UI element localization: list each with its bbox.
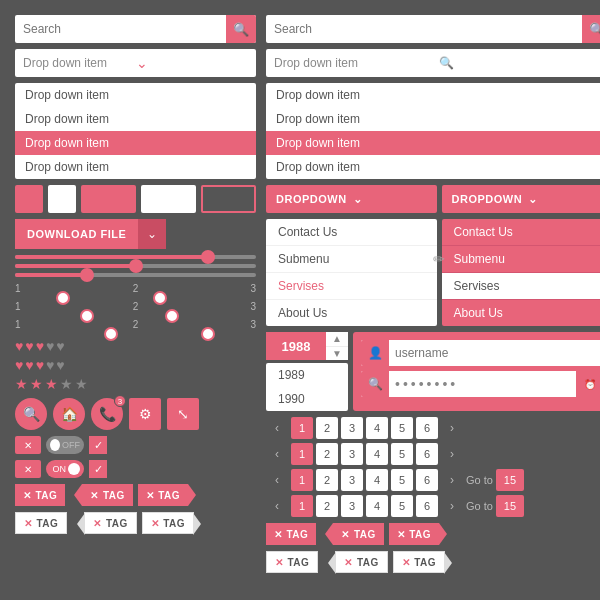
home-icon-btn[interactable]: 🏠 (53, 398, 85, 430)
nav-item-about[interactable]: About Us (266, 300, 437, 326)
nav-item-services[interactable]: Servises (266, 273, 437, 300)
nav-item-submenu[interactable]: Submenu (266, 246, 437, 273)
search-button-right-1[interactable]: 🔍 (582, 15, 600, 43)
page-btn-3-2[interactable]: 2 (316, 469, 338, 491)
page-btn-4-5[interactable]: 5 (391, 495, 413, 517)
nav-item-contact[interactable]: Contact Us (266, 219, 437, 246)
next-arrow-3[interactable]: › (441, 469, 463, 491)
year-selector[interactable]: 1988 (266, 332, 326, 360)
slider-track-2[interactable] (15, 264, 256, 268)
heart-5[interactable]: ♥ (56, 338, 64, 354)
page-btn-2-2[interactable]: 2 (316, 443, 338, 465)
page-btn-3-6[interactable]: 6 (416, 469, 438, 491)
list-item-active[interactable]: Drop down item (15, 131, 256, 155)
page-btn-4-1[interactable]: 1 (291, 495, 313, 517)
white-rect-btn[interactable] (141, 185, 196, 213)
prev-arrow-1[interactable]: ‹ (266, 417, 288, 439)
heart-4[interactable]: ♥ (46, 338, 54, 354)
toggle-x-2[interactable]: ✕ (15, 460, 41, 478)
tag-right-2[interactable]: ✕TAG (333, 523, 383, 545)
page-btn-6[interactable]: 6 (416, 417, 438, 439)
year-down-arrow[interactable]: ▼ (326, 347, 348, 361)
phone-icon-btn[interactable]: 📞 3 (91, 398, 123, 430)
tag-white-2[interactable]: ✕TAG (84, 512, 136, 534)
dropdown-select-1[interactable]: Drop down item ⌄ (15, 49, 256, 77)
page-btn-2-6[interactable]: 6 (416, 443, 438, 465)
toggle-check-1[interactable]: ✓ (89, 436, 107, 454)
tag-right-1[interactable]: ✕TAG (266, 523, 316, 545)
list-item[interactable]: Drop down item (15, 107, 256, 131)
goto-input-1[interactable] (496, 469, 524, 491)
search-button-1[interactable]: 🔍 (226, 15, 256, 43)
search-icon-btn[interactable]: 🔍 (15, 398, 47, 430)
year-item-1[interactable]: 1989 (266, 363, 348, 387)
prev-arrow-4[interactable]: ‹ (266, 495, 288, 517)
heart-2[interactable]: ♥ (25, 338, 33, 354)
password-input[interactable] (389, 376, 576, 392)
toggle-x-1[interactable]: ✕ (15, 436, 41, 454)
list-item[interactable]: Drop down item (266, 83, 600, 107)
star-2[interactable]: ★ (30, 376, 43, 392)
page-btn-3-4[interactable]: 4 (366, 469, 388, 491)
download-arrow-btn[interactable]: ⌄ (138, 219, 166, 249)
nav-item-about-pink[interactable]: About Us (442, 300, 601, 326)
list-item[interactable]: Drop down item (15, 155, 256, 179)
expand-icon-btn[interactable]: ⤡ (167, 398, 199, 430)
heart-4[interactable]: ♥ (46, 357, 54, 373)
page-btn-4[interactable]: 4 (366, 417, 388, 439)
prev-arrow-3[interactable]: ‹ (266, 469, 288, 491)
heart-2[interactable]: ♥ (25, 357, 33, 373)
star-5[interactable]: ★ (75, 376, 88, 392)
nav-item-submenu-pink[interactable]: Submenu (442, 246, 601, 273)
toggle-on-1[interactable]: ON (46, 460, 84, 478)
white-square-btn[interactable] (48, 185, 76, 213)
tag-white-3[interactable]: ✕TAG (142, 512, 194, 534)
search-input-1[interactable] (15, 15, 226, 43)
dropdown-search-1[interactable]: Drop down item 🔍 (266, 49, 600, 77)
page-btn-3[interactable]: 3 (341, 417, 363, 439)
search-bar-1[interactable]: 🔍 (15, 15, 256, 43)
pink-square-btn-1[interactable] (15, 185, 43, 213)
page-btn-2-3[interactable]: 3 (341, 443, 363, 465)
toggle-check-2[interactable]: ✓ (89, 460, 107, 478)
pink-rect-btn[interactable] (81, 185, 136, 213)
list-item[interactable]: Drop down item (266, 107, 600, 131)
tag-3[interactable]: ✕TAG (138, 484, 188, 506)
page-btn-3-5[interactable]: 5 (391, 469, 413, 491)
page-btn-4-3[interactable]: 3 (341, 495, 363, 517)
page-btn-4-6[interactable]: 6 (416, 495, 438, 517)
year-item-2[interactable]: 1990 (266, 387, 348, 411)
next-arrow-4[interactable]: › (441, 495, 463, 517)
tag-2[interactable]: ✕TAG (82, 484, 132, 506)
page-btn-3-1[interactable]: 1 (291, 469, 313, 491)
gear-icon-btn[interactable]: ⚙ (129, 398, 161, 430)
username-input[interactable] (389, 346, 600, 360)
search-input-right-1[interactable] (266, 15, 582, 43)
tag-right-white-2[interactable]: ✕TAG (335, 551, 387, 573)
next-arrow-2[interactable]: › (441, 443, 463, 465)
heart-3[interactable]: ♥ (36, 357, 44, 373)
tag-white-1[interactable]: ✕TAG (15, 512, 67, 534)
page-btn-2-5[interactable]: 5 (391, 443, 413, 465)
star-1[interactable]: ★ (15, 376, 28, 392)
tag-1[interactable]: ✕TAG (15, 484, 65, 506)
goto-input-2[interactable] (496, 495, 524, 517)
list-item[interactable]: Drop down item (15, 83, 256, 107)
nav-item-contact-pink[interactable]: Contact Us (442, 219, 601, 246)
page-btn-2-1[interactable]: 1 (291, 443, 313, 465)
dropdown-btn-1[interactable]: DROPDOWN ⌄ (266, 185, 437, 213)
list-item-active[interactable]: Drop down item (266, 131, 600, 155)
year-up-arrow[interactable]: ▲ (326, 332, 348, 347)
download-main-btn[interactable]: DOWNLOAD FILE (15, 219, 138, 249)
heart-1[interactable]: ♥ (15, 357, 23, 373)
star-4[interactable]: ★ (60, 376, 73, 392)
page-btn-2[interactable]: 2 (316, 417, 338, 439)
slider-track-3[interactable] (15, 273, 256, 277)
page-btn-5[interactable]: 5 (391, 417, 413, 439)
page-btn-4-4[interactable]: 4 (366, 495, 388, 517)
page-btn-1-active[interactable]: 1 (291, 417, 313, 439)
nav-item-services-pink[interactable]: Servises (442, 273, 601, 300)
next-arrow-1[interactable]: › (441, 417, 463, 439)
heart-3[interactable]: ♥ (36, 338, 44, 354)
tag-right-3[interactable]: ✕TAG (389, 523, 439, 545)
